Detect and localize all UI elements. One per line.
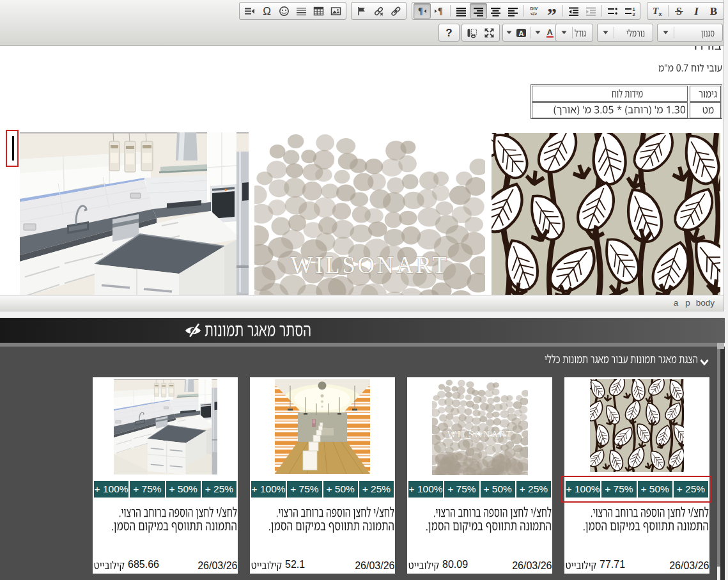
svg-text:DIV: DIV: [531, 6, 538, 11]
svg-text:A: A: [546, 27, 553, 37]
svg-text:</>: </>: [531, 12, 537, 16]
svg-text:¶: ¶: [418, 6, 423, 16]
svg-text:T: T: [653, 6, 659, 16]
svg-text:A: A: [518, 29, 523, 36]
svg-text:2: 2: [633, 12, 635, 17]
svg-text:x: x: [659, 11, 662, 17]
svg-text:¶: ¶: [438, 6, 443, 16]
